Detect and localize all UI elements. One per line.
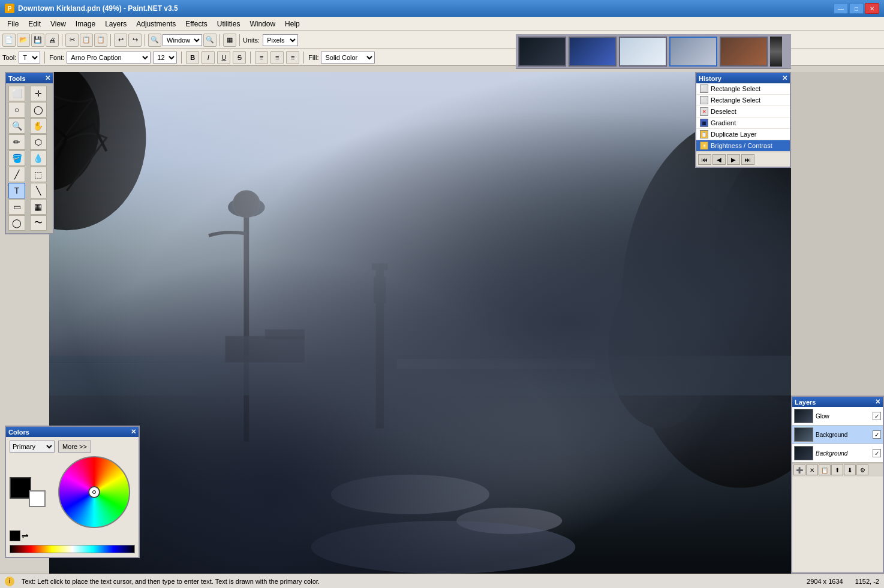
tool-lasso[interactable]: ○ <box>8 102 25 117</box>
copy-button[interactable]: 📋 <box>80 34 93 47</box>
paste-button[interactable]: 📋 <box>94 34 107 47</box>
tool-brush[interactable]: ╱ <box>8 167 25 182</box>
menu-view[interactable]: View <box>46 19 71 29</box>
status-text: Text: Left click to place the text curso… <box>22 578 799 585</box>
tool-zoom[interactable]: 🔍 <box>8 118 25 134</box>
tool-paintbucket[interactable]: 🪣 <box>8 150 25 166</box>
bold-button[interactable]: B <box>186 51 199 64</box>
layers-down-button[interactable]: ⬇ <box>844 465 856 475</box>
zoom-select[interactable]: Window 49%100% <box>163 34 202 46</box>
menu-image[interactable]: Image <box>71 19 100 29</box>
history-next-button[interactable]: ▶ <box>727 154 740 165</box>
menu-help[interactable]: Help <box>280 19 305 29</box>
toolbox-close-icon[interactable]: ✕ <box>45 74 50 82</box>
tool-text[interactable]: T <box>8 183 25 198</box>
close-button[interactable]: ✕ <box>865 3 879 14</box>
history-item-5[interactable]: ☀ Brightness / Contrast <box>696 140 790 152</box>
tool-colorpicker[interactable]: 💧 <box>30 150 47 166</box>
tool-freehand[interactable]: 〜 <box>30 215 47 231</box>
menu-file[interactable]: File <box>2 19 23 29</box>
layers-properties-button[interactable]: ⚙ <box>856 465 868 475</box>
tool-gradient[interactable]: ▦ <box>30 199 47 215</box>
menu-adjustments[interactable]: Adjustments <box>131 19 181 29</box>
strikethrough-button[interactable]: S <box>233 51 246 64</box>
history-last-button[interactable]: ⏭ <box>741 154 754 165</box>
layer-visible-1[interactable]: ✓ <box>873 430 881 439</box>
underline-button[interactable]: U <box>217 51 230 64</box>
black-white-swatches: ⇌ <box>10 530 135 541</box>
colors-close-icon[interactable]: ✕ <box>131 428 136 436</box>
maximize-button[interactable]: □ <box>849 3 864 14</box>
secondary-color-swatch[interactable] <box>29 490 46 507</box>
more-colors-button[interactable]: More >> <box>58 441 91 453</box>
tool-ellipse[interactable]: ◯ <box>8 215 25 231</box>
layers-up-button[interactable]: ⬆ <box>831 465 843 475</box>
tool-select[interactable]: T <box>19 52 40 64</box>
menu-window[interactable]: Window <box>245 19 280 29</box>
grid-button[interactable]: ▦ <box>223 34 236 47</box>
thumbnail-4[interactable] <box>669 37 717 67</box>
tool-ellipse-select[interactable]: ◯ <box>30 102 47 117</box>
save-button[interactable]: 💾 <box>31 34 44 47</box>
thumbnail-5[interactable] <box>720 37 768 67</box>
layer-item-1[interactable]: Background ✓ <box>792 426 883 444</box>
tool-clone[interactable]: ⬚ <box>30 167 47 182</box>
history-close-icon[interactable]: ✕ <box>782 74 787 82</box>
menu-utilities[interactable]: Utilities <box>212 19 245 29</box>
tool-eraser[interactable]: ⬡ <box>30 134 47 150</box>
layer-visible-0[interactable]: ✓ <box>873 412 881 420</box>
font-select[interactable]: Arno Pro Caption <box>67 52 151 64</box>
history-item-4[interactable]: 📋 Duplicate Layer <box>696 129 790 140</box>
tool-rectangle-select[interactable]: ⬜ <box>8 86 25 101</box>
history-item-0[interactable]: ⬜ Rectangle Select <box>696 83 790 95</box>
tool-move[interactable]: ✛ <box>30 86 47 101</box>
align-left-button[interactable]: ≡ <box>255 51 268 64</box>
italic-button[interactable]: I <box>202 51 215 64</box>
redo-button[interactable]: ↪ <box>128 34 142 47</box>
layers-duplicate-button[interactable]: 📋 <box>819 465 831 475</box>
layers-close-icon[interactable]: ✕ <box>875 398 880 406</box>
layers-add-button[interactable]: ➕ <box>793 465 805 475</box>
undo-button[interactable]: ↩ <box>114 34 127 47</box>
history-item-1[interactable]: ⬜ Rectangle Select <box>696 95 790 106</box>
layer-visible-2[interactable]: ✓ <box>873 449 881 457</box>
thumbnail-1[interactable] <box>518 37 566 67</box>
tool-line[interactable]: ╲ <box>30 183 47 198</box>
cut-button[interactable]: ✂ <box>65 34 79 47</box>
menu-edit[interactable]: Edit <box>23 19 46 29</box>
menu-effects[interactable]: Effects <box>181 19 212 29</box>
align-right-button[interactable]: ≡ <box>286 51 299 64</box>
new-button[interactable]: 📄 <box>2 34 16 47</box>
zoom-in-button[interactable]: 🔍 <box>203 34 217 47</box>
print-button[interactable]: 🖨 <box>46 34 59 47</box>
fill-select[interactable]: Solid Color <box>321 52 375 64</box>
thumbnail-2[interactable] <box>569 37 617 67</box>
menu-layers[interactable]: Layers <box>100 19 131 29</box>
align-center-button[interactable]: ≡ <box>270 51 284 64</box>
canvas-container[interactable] <box>49 72 791 574</box>
open-button[interactable]: 📂 <box>17 34 30 47</box>
tool-pencil[interactable]: ✏ <box>8 134 25 150</box>
primary-color-swatch[interactable] <box>10 477 31 499</box>
minimize-button[interactable]: — <box>834 3 848 14</box>
fontsize-select[interactable]: 12 <box>153 52 177 64</box>
units-select[interactable]: Pixels Inches <box>263 34 298 46</box>
zoom-out-button[interactable]: 🔍 <box>148 34 161 47</box>
tool-pan[interactable]: ✋ <box>30 118 47 134</box>
thumbnail-3[interactable] <box>619 37 667 67</box>
layer-item-0[interactable]: Glow ✓ <box>792 407 883 426</box>
layers-delete-button[interactable]: ✕ <box>806 465 818 475</box>
swap-colors-button[interactable]: ⇌ <box>22 531 29 541</box>
tool-shapes[interactable]: ▭ <box>8 199 25 215</box>
history-item-3[interactable]: ▦ Gradient <box>696 117 790 129</box>
colors-header: Colors ✕ <box>6 427 139 437</box>
toolbox: Tools ✕ ⬜ ✛ ○ ◯ 🔍 ✋ ✏ ⬡ 🪣 💧 ╱ ⬚ T ╲ ▭ ▦ … <box>5 72 54 234</box>
layer-item-2[interactable]: Background ✓ <box>792 444 883 463</box>
history-first-button[interactable]: ⏮ <box>698 154 711 165</box>
primary-select[interactable]: Primary Secondary <box>10 441 55 453</box>
color-wheel[interactable] <box>58 456 130 528</box>
color-gradient-bar[interactable] <box>10 545 135 553</box>
history-item-2[interactable]: ✕ Deselect <box>696 106 790 117</box>
black-swatch[interactable] <box>10 530 20 541</box>
history-prev-button[interactable]: ◀ <box>712 154 726 165</box>
